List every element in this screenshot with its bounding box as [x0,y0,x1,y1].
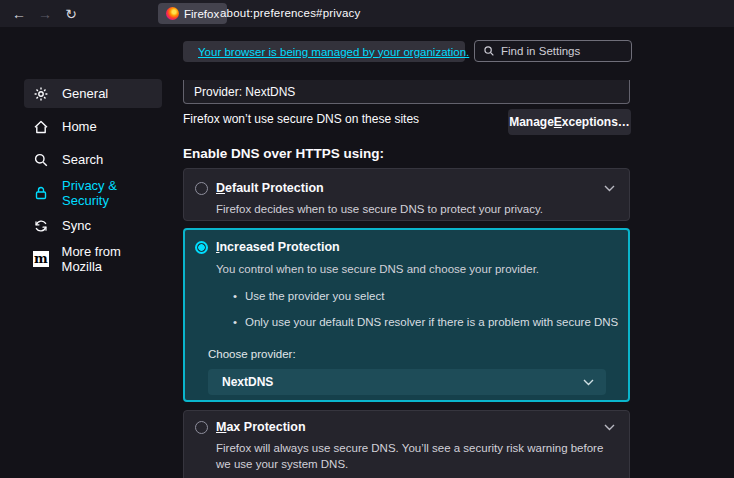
default-protection-radio[interactable] [195,182,208,195]
tab-label: Firefox [184,8,219,20]
increased-bullet-1: • Use the provider you select [233,290,384,302]
sidebar-item-search[interactable]: Search [24,145,162,174]
sidebar-item-general[interactable]: General [24,79,162,108]
managed-by-organization-link[interactable]: Your browser is being managed by your or… [198,46,469,58]
lock-icon [33,185,49,201]
dns-over-https-heading: Enable DNS over HTTPS using: [183,146,384,161]
sidebar-item-privacy-security[interactable]: Privacy & Security [24,178,162,207]
current-provider-row: Provider: NextDNS [183,80,630,104]
url-bar-text[interactable]: about:preferences#privacy [220,7,361,19]
back-icon[interactable]: ← [6,3,32,25]
max-protection-radio[interactable] [195,421,208,434]
gear-icon [33,86,49,102]
exceptions-description: Firefox won’t use secure DNS on these si… [183,112,419,126]
button-label-part: xceptions… [562,115,630,129]
choose-provider-label: Choose provider: [208,348,296,360]
option-default-protection[interactable]: Default Protection Firefox decides when … [183,168,630,221]
sidebar-item-label: Privacy & Security [62,178,162,208]
button-label-part: Manage [509,115,554,129]
increased-bullet-2: • Only use your default DNS resolver if … [233,316,618,328]
provider-dropdown[interactable]: NextDNS [208,369,606,395]
sidebar-item-home[interactable]: Home [24,112,162,141]
tab-firefox[interactable]: Firefox [158,3,227,24]
max-protection-description: Firefox will always use secure DNS. You’… [216,441,616,472]
sync-icon [33,218,49,234]
default-protection-description: Firefox decides when to use secure DNS t… [216,202,543,218]
chevron-down-icon[interactable] [604,185,615,192]
managed-by-organization-banner: Your browser is being managed by your or… [183,41,465,62]
sidebar-item-sync[interactable]: Sync [24,211,162,240]
forward-icon: → [32,3,58,25]
sidebar-item-label: Home [62,119,97,134]
increased-protection-radio[interactable] [195,241,208,254]
manage-exceptions-button[interactable]: Manage Exceptions… [508,109,631,135]
search-placeholder: Find in Settings [501,45,580,57]
chevron-down-icon[interactable] [604,424,615,431]
firefox-logo-icon [166,7,179,20]
chevron-down-icon [583,379,594,386]
provider-row-text: Provider: NextDNS [194,85,295,99]
reload-icon[interactable]: ↻ [58,3,84,25]
sidebar-item-label: More from Mozilla [62,244,162,274]
sidebar-item-label: Sync [62,218,91,233]
browser-toolbar: ← → ↻ Firefox about:preferences#privacy [0,0,734,27]
bullet-dot: • [233,290,237,302]
bullet-dot: • [233,316,237,328]
mozilla-icon: m [33,251,49,267]
sidebar-item-label: General [62,86,108,101]
sidebar-item-label: Search [62,152,103,167]
max-protection-label: Max Protection [216,420,306,434]
sidebar-item-more-from-mozilla[interactable]: m More from Mozilla [24,244,162,273]
firefox-preferences-window: ← → ↻ Firefox about:preferences#privacy … [0,0,734,478]
increased-protection-description: You control when to use secure DNS and c… [216,262,539,278]
option-increased-protection[interactable]: Increased Protection You control when to… [183,228,630,402]
search-icon [483,45,495,57]
button-label-accesskey: E [554,115,562,129]
home-icon [33,119,49,135]
search-icon [33,152,49,168]
default-protection-label: Default Protection [216,181,324,195]
provider-dropdown-value: NextDNS [222,375,273,389]
find-in-settings-input[interactable]: Find in Settings [474,40,632,62]
option-max-protection[interactable]: Max Protection Firefox will always use s… [183,410,630,478]
increased-protection-label: Increased Protection [216,240,340,254]
